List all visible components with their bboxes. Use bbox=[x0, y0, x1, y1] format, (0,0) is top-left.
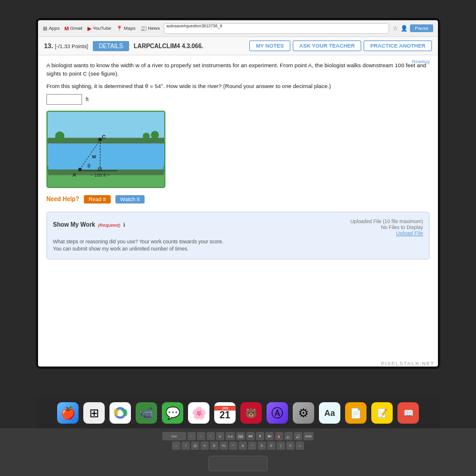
problem-text-line1: A biologist wants to know the width w of… bbox=[46, 61, 430, 79]
header-buttons: MY NOTES ASK YOUR TEACHER PRACTICE ANOTH… bbox=[249, 40, 432, 51]
read-it-button[interactable]: Read It bbox=[84, 195, 111, 203]
dock-pages[interactable]: 📄 bbox=[345, 402, 367, 424]
practice-another-button[interactable]: PRACTICE ANOTHER bbox=[364, 40, 432, 51]
show-work-section: Show My Work (Required) ℹ Uploaded File … bbox=[46, 212, 430, 259]
dock-reading[interactable]: 📖 bbox=[397, 402, 419, 424]
keyboard-row-2: ~ ! @ # $ % ^ & * 8 9 ( 0 + bbox=[172, 441, 304, 450]
dock-messages[interactable]: 💬 bbox=[162, 402, 183, 424]
show-work-header: Show My Work (Required) ℹ Uploaded File … bbox=[53, 218, 423, 236]
upload-file-button[interactable]: Upload File bbox=[396, 230, 423, 236]
dock-launchpad[interactable]: ⊞ bbox=[83, 402, 105, 424]
dock-chrome[interactable] bbox=[109, 402, 131, 424]
key-esc[interactable]: esc bbox=[162, 432, 186, 440]
watermark: PIXELSTALK.NET bbox=[381, 361, 434, 367]
key-9[interactable]: 8 bbox=[258, 441, 266, 450]
svg-point-6 bbox=[143, 133, 150, 140]
upload-section: Uploaded File (10 file maximum) No Files… bbox=[350, 218, 423, 236]
key-8[interactable]: * bbox=[248, 441, 256, 450]
my-notes-button[interactable]: MY NOTES bbox=[249, 40, 290, 51]
svg-point-21 bbox=[118, 411, 123, 415]
help-icon[interactable]: ℹ bbox=[123, 222, 125, 228]
watch-it-button[interactable]: Watch It bbox=[115, 195, 145, 203]
dock-notes[interactable]: 📝 bbox=[371, 402, 393, 424]
bookmark-youtube[interactable]: ▶ YouTube bbox=[87, 26, 111, 32]
dock-calendar[interactable]: JAN 21 bbox=[214, 402, 236, 424]
river-diagram: C A ←100 ft→ w θ bbox=[46, 111, 165, 188]
need-help-row: Need Help? Read It Watch It bbox=[46, 195, 430, 203]
uploaded-file-label: Uploaded File (10 file maximum) bbox=[350, 218, 423, 224]
main-content: A biologist wants to know the width w of… bbox=[38, 55, 438, 367]
key-6[interactable]: ^ bbox=[229, 441, 237, 450]
key-f9[interactable]: ⏭ bbox=[265, 432, 274, 440]
svg-rect-2 bbox=[48, 143, 164, 170]
browser-bar: ⊞ Apps M Gmail ▶ YouTube 📍 Maps bbox=[38, 20, 438, 37]
dock: 🍎 ⊞ 📹 💬 🌸 JAN 21 🐻 Ⓐ ⚙ Aa 📄 📝 📖 bbox=[36, 397, 440, 428]
bookmark-apps[interactable]: ⊞ Apps bbox=[43, 26, 60, 32]
key-f4[interactable]: ☀ bbox=[216, 432, 224, 440]
key-1[interactable]: ! bbox=[181, 441, 190, 450]
bookmark-gmail[interactable]: M Gmail bbox=[64, 26, 82, 32]
keyboard-row-1: esc ← → ↑ ☀ ☀☀ ⌨ ⏮ ⏸ ⏭ 🔇 🔉 🔊 dele bbox=[162, 432, 314, 440]
need-help-label: Need Help? bbox=[46, 196, 79, 202]
svg-point-5 bbox=[55, 131, 65, 141]
key-4[interactable]: $ bbox=[210, 441, 218, 450]
problem-text-line2: From this sighting, it is determined tha… bbox=[46, 82, 430, 90]
key-equal[interactable]: 0 bbox=[286, 441, 295, 450]
svg-text:C: C bbox=[102, 133, 106, 139]
key-7[interactable]: & bbox=[239, 441, 247, 450]
problem-code: LARPCALCLIM4 4.3.066. bbox=[134, 43, 203, 49]
answer-row: ft bbox=[46, 94, 430, 105]
key-delete[interactable]: + bbox=[296, 441, 304, 450]
screen-content: ⊞ Apps M Gmail ▶ YouTube 📍 Maps bbox=[38, 20, 438, 367]
problem-info: 13. [-/1.33 Points] DETAILS LARPCALCLIM4… bbox=[44, 41, 203, 51]
bookmarks-bar: ⊞ Apps M Gmail ▶ YouTube 📍 Maps bbox=[43, 26, 160, 32]
dock-font[interactable]: Aa bbox=[319, 402, 340, 424]
dock-facetime[interactable]: 📹 bbox=[136, 402, 157, 424]
answer-unit: ft bbox=[86, 96, 89, 102]
svg-text:θ: θ bbox=[87, 163, 90, 169]
key-2[interactable]: @ bbox=[191, 441, 199, 450]
screen-bezel: ⊞ Apps M Gmail ▶ YouTube 📍 Maps bbox=[36, 18, 440, 369]
diagram-svg: C A ←100 ft→ w θ bbox=[48, 112, 164, 187]
pause-button[interactable]: Pause bbox=[410, 24, 433, 32]
key-5[interactable]: % bbox=[220, 441, 228, 450]
key-f10[interactable]: 🔇 bbox=[275, 432, 283, 440]
key-0[interactable]: 9 bbox=[267, 441, 275, 450]
answer-input[interactable] bbox=[46, 94, 82, 105]
reading-indicator: Reading bbox=[412, 59, 430, 64]
svg-text:w: w bbox=[92, 153, 96, 159]
show-work-desc2: You can submit show my work an unlimited… bbox=[53, 246, 423, 252]
dock-settings[interactable]: ⚙ bbox=[293, 402, 314, 424]
page-header: 13. [-/1.33 Points] DETAILS LARPCALCLIM4… bbox=[38, 37, 438, 55]
key-f7[interactable]: ⏮ bbox=[246, 432, 255, 440]
url-bar[interactable]: autosave#question3813736_8 bbox=[164, 23, 390, 34]
star-icon[interactable]: ☆ bbox=[393, 25, 398, 32]
key-f5[interactable]: ☀☀ bbox=[226, 432, 235, 440]
key-tilde[interactable]: ~ bbox=[172, 441, 180, 450]
bookmark-maps[interactable]: 📍 Maps bbox=[116, 26, 136, 32]
key-f8[interactable]: ⏸ bbox=[256, 432, 264, 440]
dock-finder[interactable]: 🍎 bbox=[57, 402, 79, 424]
key-f3[interactable]: ↑ bbox=[206, 432, 215, 440]
dock-apps[interactable]: Ⓐ bbox=[267, 402, 288, 424]
dock-bear[interactable]: 🐻 bbox=[240, 402, 262, 424]
account-icon[interactable]: 👤 bbox=[400, 25, 408, 32]
ask-teacher-button[interactable]: ASK YOUR TEACHER bbox=[293, 40, 361, 51]
touchpad[interactable] bbox=[208, 456, 268, 471]
key-f11[interactable]: 🔉 bbox=[284, 432, 293, 440]
key-minus[interactable]: ( bbox=[277, 441, 285, 450]
key-f12[interactable]: 🔊 bbox=[294, 432, 302, 440]
dock-photos[interactable]: 🌸 bbox=[188, 402, 209, 424]
show-work-title: Show My Work bbox=[53, 221, 95, 228]
required-badge: (Required) bbox=[98, 223, 120, 228]
keyboard-area: esc ← → ↑ ☀ ☀☀ ⌨ ⏮ ⏸ ⏭ 🔇 🔉 🔊 dele ~ ! @ … bbox=[0, 428, 476, 476]
details-button[interactable]: DETAILS bbox=[93, 41, 129, 51]
key-f2[interactable]: → bbox=[197, 432, 205, 440]
key-3[interactable]: # bbox=[201, 441, 209, 450]
svg-text:←100 ft→: ←100 ft→ bbox=[90, 172, 111, 177]
browser-actions: ☆ 👤 Pause bbox=[393, 24, 433, 32]
key-f1[interactable]: ← bbox=[187, 432, 196, 440]
bookmark-news[interactable]: 📰 News bbox=[140, 26, 160, 32]
key-f6[interactable]: ⌨ bbox=[236, 432, 245, 440]
key-del[interactable]: dele bbox=[303, 432, 314, 440]
